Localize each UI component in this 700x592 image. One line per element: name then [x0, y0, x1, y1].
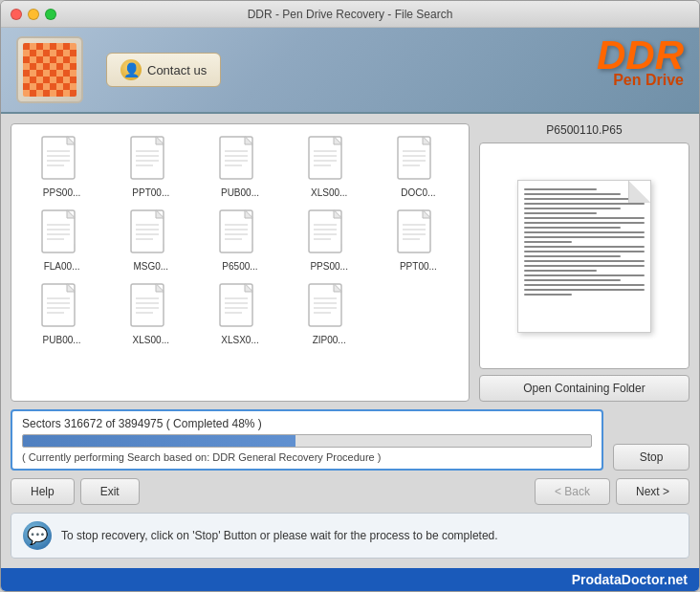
file-icon — [41, 136, 83, 186]
file-icon — [397, 209, 439, 259]
ddr-text: DDR — [597, 35, 684, 76]
file-item[interactable]: P6500... — [197, 206, 282, 275]
file-item[interactable]: XLSX0... — [197, 279, 282, 349]
info-bar: 💬 To stop recovery, click on 'Stop' Butt… — [11, 513, 689, 559]
file-item[interactable]: XLS00... — [108, 279, 193, 349]
action-panel: Stop — [613, 409, 689, 471]
file-item[interactable]: DOC0... — [376, 132, 461, 202]
file-label: ZIP00... — [313, 335, 346, 345]
file-label: XLS00... — [133, 335, 169, 345]
app-logo — [16, 36, 83, 103]
file-icon — [308, 283, 350, 333]
file-item[interactable]: PPT00... — [376, 206, 461, 275]
file-label: DOC0... — [401, 187, 435, 198]
file-icon — [41, 209, 83, 259]
button-row: Help Exit < Back Next > — [11, 478, 689, 505]
contact-label: Contact us — [147, 63, 207, 77]
file-icon — [397, 136, 439, 186]
file-label: PUB00... — [221, 187, 259, 198]
file-icon — [219, 136, 261, 186]
title-bar: DDR - Pen Drive Recovery - File Search — [1, 1, 699, 28]
file-item[interactable]: PPS00... — [19, 132, 104, 202]
file-item[interactable]: PUB00... — [19, 279, 104, 349]
info-message: To stop recovery, click on 'Stop' Button… — [61, 529, 498, 542]
file-icon — [41, 283, 83, 333]
progress-bar-fill — [23, 435, 295, 447]
ddr-logo: DDR Pen Drive — [597, 35, 684, 89]
preview-box — [479, 143, 689, 369]
progress-area: Sectors 316672 of 3894975 ( Completed 48… — [11, 409, 603, 471]
file-item[interactable]: PUB00... — [197, 132, 282, 202]
preview-document — [517, 180, 651, 333]
close-button[interactable] — [11, 9, 22, 20]
file-label: P6500... — [222, 261, 257, 272]
file-label: XLS00... — [311, 187, 347, 198]
stop-button[interactable]: Stop — [613, 444, 689, 471]
file-icon — [219, 283, 261, 333]
progress-sectors-text: Sectors 316672 of 3894975 ( Completed 48… — [22, 417, 592, 430]
next-button[interactable]: Next > — [616, 478, 689, 505]
svg-rect-4 — [23, 43, 77, 97]
file-icon — [130, 283, 172, 333]
preview-filename: P6500110.P65 — [479, 123, 689, 137]
file-icon — [308, 209, 350, 259]
contact-icon: 👤 — [120, 59, 142, 80]
file-icon — [308, 136, 350, 186]
file-label: PPS00... — [310, 261, 347, 272]
content-row: PPS00... PPT00... PUB00... XLS00... — [11, 123, 689, 402]
file-grid: PPS00... PPT00... PUB00... XLS00... — [19, 132, 461, 349]
window-title: DDR - Pen Drive Recovery - File Search — [248, 8, 453, 21]
main-window: DDR - Pen Drive Recovery - File Search 👤 — [0, 0, 700, 592]
progress-row: Sectors 316672 of 3894975 ( Completed 48… — [11, 409, 689, 471]
file-item[interactable]: MSG0... — [108, 206, 193, 275]
file-icon — [130, 136, 172, 186]
file-item[interactable]: XLS00... — [287, 132, 372, 202]
main-content: PPS00... PPT00... PUB00... XLS00... — [1, 114, 699, 568]
minimize-button[interactable] — [28, 9, 39, 20]
file-label: XLSX0... — [221, 335, 258, 345]
contact-button[interactable]: 👤 Contact us — [106, 53, 221, 87]
file-label: FLA00... — [44, 261, 80, 272]
file-label: MSG0... — [133, 261, 168, 272]
preview-panel: P6500110.P65 — [479, 123, 689, 402]
file-item[interactable]: PPS00... — [287, 206, 372, 275]
watermark: ProdataDoctor.net — [1, 568, 699, 591]
progress-status-text: ( Currently performing Search based on: … — [22, 451, 592, 463]
traffic-lights — [11, 9, 56, 20]
progress-bar-container — [22, 434, 592, 448]
file-label: PUB00... — [43, 335, 81, 345]
info-icon: 💬 — [23, 521, 52, 550]
file-panel[interactable]: PPS00... PPT00... PUB00... XLS00... — [11, 123, 470, 402]
file-label: PPS00... — [43, 187, 80, 198]
back-button[interactable]: < Back — [535, 478, 610, 505]
open-folder-button[interactable]: Open Containing Folder — [479, 375, 689, 402]
file-icon — [219, 209, 261, 259]
file-item[interactable]: FLA00... — [19, 206, 104, 275]
exit-button[interactable]: Exit — [80, 478, 140, 505]
header: 👤 Contact us DDR Pen Drive — [1, 28, 699, 114]
help-button[interactable]: Help — [11, 478, 75, 505]
file-item[interactable]: ZIP00... — [287, 279, 372, 349]
file-icon — [130, 209, 172, 259]
logo-icon — [23, 43, 77, 97]
file-label: PPT00... — [400, 261, 437, 272]
file-label: PPT00... — [132, 187, 169, 198]
file-item[interactable]: PPT00... — [108, 132, 193, 202]
maximize-button[interactable] — [45, 9, 56, 20]
